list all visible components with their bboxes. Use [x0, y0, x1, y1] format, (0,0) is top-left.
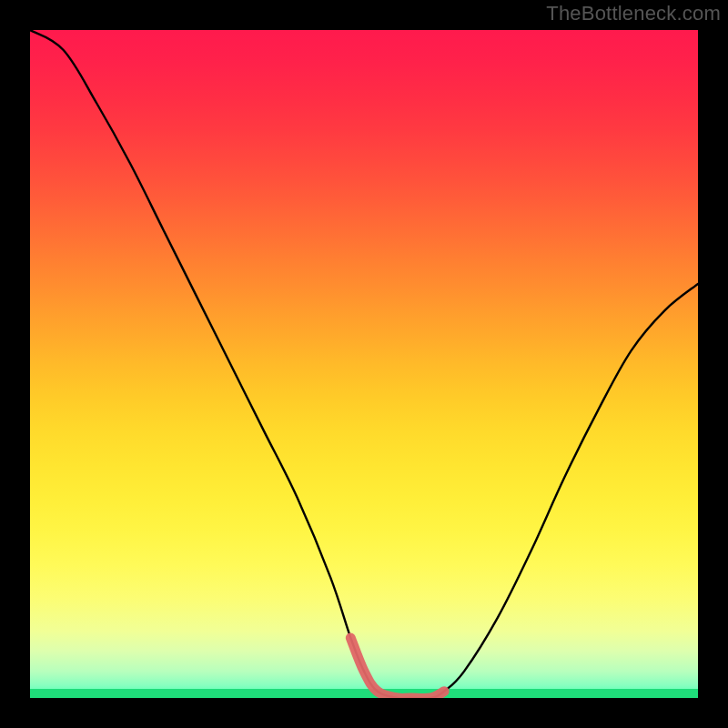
gradient-background	[30, 30, 698, 698]
plot-area	[30, 30, 698, 698]
green-band	[30, 689, 698, 698]
watermark-text: TheBottleneck.com	[546, 2, 721, 25]
chart-frame: TheBottleneck.com	[0, 0, 728, 728]
chart-svg	[30, 30, 698, 698]
